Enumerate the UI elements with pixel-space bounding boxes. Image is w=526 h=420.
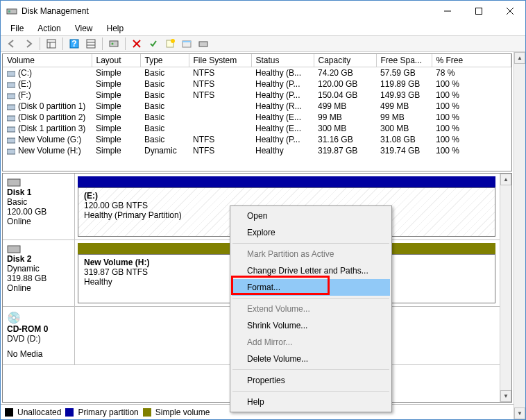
cdrom-info: 💿 CD-ROM 0 DVD (D:) No Media [3, 307, 75, 364]
refresh-icon[interactable] [106, 37, 121, 51]
svg-rect-31 [8, 179, 20, 186]
svg-rect-6 [47, 40, 56, 48]
volume-icon [7, 125, 15, 133]
volume-icon [7, 81, 15, 89]
main-scrollbar[interactable]: ▲ ▼ [514, 52, 525, 419]
volume-icon [7, 114, 15, 122]
legend-unallocated-swatch [5, 408, 13, 417]
svg-point-19 [171, 39, 175, 43]
ctx-shrink[interactable]: Shrink Volume... [232, 317, 390, 334]
table-row[interactable]: New Volume (H:)SimpleDynamicNTFSHealthy3… [3, 145, 511, 156]
props-icon[interactable] [179, 37, 194, 51]
svg-rect-30 [7, 149, 15, 154]
ctx-extend: Extend Volume... [232, 301, 390, 317]
volume-icon [7, 136, 15, 144]
window-title: Disk Management [22, 6, 432, 16]
basic-disk-icon [7, 178, 21, 187]
volume-table[interactable]: Volume Layout Type File System Status Ca… [2, 53, 512, 171]
col-fs[interactable]: File System [189, 54, 251, 67]
svg-rect-21 [183, 41, 191, 42]
legend-simple-swatch [143, 408, 151, 417]
ctx-properties[interactable]: Properties [232, 372, 390, 389]
view-icon[interactable] [44, 37, 59, 51]
ctx-explore[interactable]: Explore [232, 224, 390, 241]
svg-rect-26 [7, 105, 15, 110]
svg-rect-11 [87, 40, 95, 48]
svg-text:?: ? [71, 39, 76, 49]
menu-help[interactable]: Help [100, 22, 131, 35]
ctx-delete[interactable]: Delete Volume... [232, 351, 390, 367]
menu-file[interactable]: File [3, 22, 31, 35]
ctx-change-drive-letter[interactable]: Change Drive Letter and Paths... [232, 262, 390, 279]
svg-rect-25 [7, 94, 15, 99]
svg-rect-29 [7, 138, 15, 143]
svg-rect-3 [475, 8, 482, 15]
table-row[interactable]: (Disk 0 partition 2)SimpleBasicHealthy (… [3, 112, 511, 123]
ctx-mark-active: Mark Partition as Active [232, 246, 390, 262]
col-pct[interactable]: % Free [432, 54, 511, 67]
toolbar: ? [1, 35, 525, 52]
volume-icon [7, 92, 15, 100]
back-button[interactable] [4, 37, 19, 51]
delete-icon[interactable] [129, 37, 144, 51]
close-button[interactable] [494, 1, 525, 22]
table-row[interactable]: (C:)SimpleBasicNTFSHealthy (B...74.20 GB… [3, 67, 511, 79]
menu-action[interactable]: Action [31, 22, 67, 35]
scroll-down-button[interactable]: ▼ [500, 390, 511, 402]
forward-button[interactable] [21, 37, 36, 51]
legend-primary-swatch [65, 408, 74, 417]
table-row[interactable]: (Disk 0 partition 1)SimpleBasicHealthy (… [3, 101, 511, 112]
disk-1-info: Disk 1 Basic 120.00 GB Online [3, 174, 75, 240]
ctx-add-mirror: Add Mirror... [232, 334, 390, 351]
svg-rect-23 [7, 72, 15, 76]
col-layout[interactable]: Layout [92, 54, 140, 67]
scroll-up-button[interactable]: ▲ [500, 174, 511, 185]
disk-1-header-bar [78, 176, 495, 187]
table-row[interactable]: (F:)SimpleBasicNTFSHealthy (P...150.04 G… [3, 90, 511, 101]
table-row[interactable]: New Volume (G:)SimpleBasicNTFSHealthy (P… [3, 134, 511, 145]
col-free[interactable]: Free Spa... [376, 54, 432, 67]
table-row[interactable]: (Disk 1 partition 3)SimpleBasicHealthy (… [3, 123, 511, 134]
menubar: File Action View Help [1, 22, 525, 35]
svg-rect-22 [199, 42, 207, 47]
volume-icon [7, 147, 15, 156]
disk-icon[interactable] [196, 37, 211, 51]
svg-rect-28 [7, 127, 15, 132]
cdrom-icon: 💿 [7, 312, 21, 324]
ctx-format[interactable]: Format... [232, 279, 390, 296]
app-icon [6, 6, 17, 17]
main-scroll-up[interactable]: ▲ [514, 52, 525, 64]
disk-2-info: Disk 2 Dynamic 319.88 GB Online [3, 240, 75, 306]
disk-scrollbar[interactable]: ▲ ▼ [500, 174, 511, 402]
minimize-button[interactable] [432, 1, 463, 22]
ctx-open[interactable]: Open [232, 208, 390, 224]
help-icon[interactable]: ? [67, 37, 82, 51]
volume-icon [7, 69, 15, 78]
svg-rect-14 [110, 41, 118, 47]
legend-unallocated: Unallocated [17, 408, 61, 417]
new-icon[interactable] [162, 37, 178, 51]
volume-icon [7, 103, 15, 111]
col-volume[interactable]: Volume [3, 54, 92, 67]
context-menu: Open Explore Mark Partition as Active Ch… [230, 205, 392, 412]
svg-rect-27 [7, 116, 15, 121]
svg-rect-24 [7, 83, 15, 87]
maximize-button[interactable] [463, 1, 494, 22]
check-icon[interactable] [146, 37, 161, 51]
menu-view[interactable]: View [68, 22, 100, 35]
col-capacity[interactable]: Capacity [314, 54, 376, 67]
svg-rect-1 [8, 10, 10, 12]
ctx-help[interactable]: Help [232, 394, 390, 410]
legend-simple: Simple volume [155, 408, 210, 417]
dynamic-disk-icon [7, 244, 21, 254]
main-scroll-down[interactable]: ▼ [514, 408, 525, 419]
legend-primary: Primary partition [78, 408, 138, 417]
svg-rect-32 [8, 246, 20, 253]
svg-point-15 [112, 43, 114, 45]
list-icon[interactable] [83, 37, 99, 51]
table-row[interactable]: (E:)SimpleBasicNTFSHealthy (P...120.00 G… [3, 78, 511, 90]
titlebar: Disk Management [1, 1, 525, 22]
col-type[interactable]: Type [140, 54, 189, 67]
col-status[interactable]: Status [251, 54, 314, 67]
